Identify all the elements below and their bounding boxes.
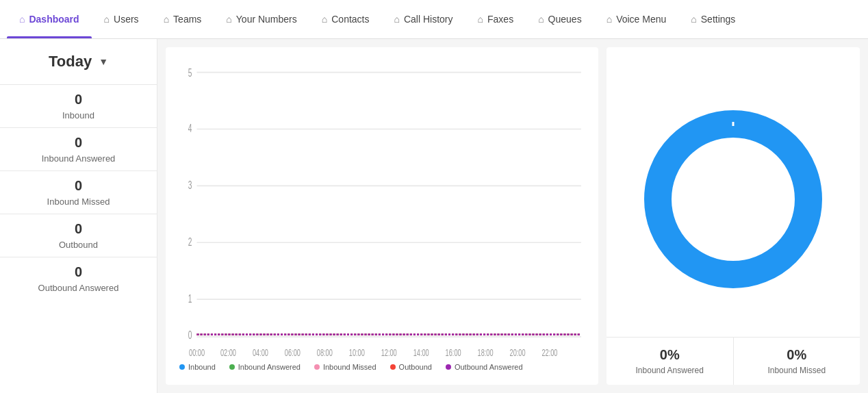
svg-text:4: 4 xyxy=(188,123,192,135)
svg-point-26 xyxy=(684,150,782,249)
svg-text:3: 3 xyxy=(188,179,192,192)
line-chart-wrapper: 5 4 3 2 1 0 xyxy=(179,61,585,356)
stat-outbound: 0 Outbound xyxy=(0,214,157,257)
stat-inbound-missed: 0 Inbound Missed xyxy=(0,170,157,214)
queues-icon: ⌂ xyxy=(538,14,544,25)
svg-text:16:00: 16:00 xyxy=(446,347,461,356)
svg-text:5: 5 xyxy=(188,67,192,79)
svg-text:06:00: 06:00 xyxy=(285,347,301,356)
legend-inbound: Inbound xyxy=(179,363,216,371)
donut-chart xyxy=(641,107,826,292)
donut-chart-container xyxy=(641,61,826,337)
faxes-icon: ⌂ xyxy=(478,14,483,25)
voice-menu-icon: ⌂ xyxy=(607,14,612,25)
svg-text:1: 1 xyxy=(188,293,192,305)
settings-icon: ⌂ xyxy=(691,14,696,25)
call-history-icon: ⌂ xyxy=(394,14,400,25)
legend-dot-inbound xyxy=(179,364,185,370)
stat-inbound-answered: 0 Inbound Answered xyxy=(0,127,157,170)
your-numbers-icon: ⌂ xyxy=(226,14,231,25)
nav-contacts[interactable]: ⌂ Contacts xyxy=(309,0,382,38)
legend-inbound-missed: Inbound Missed xyxy=(314,363,376,371)
legend-outbound: Outbound xyxy=(390,363,432,371)
donut-stat-inbound-missed: 0% Inbound Missed xyxy=(734,338,860,385)
svg-text:08:00: 08:00 xyxy=(317,347,333,356)
users-icon: ⌂ xyxy=(104,14,110,25)
svg-text:12:00: 12:00 xyxy=(381,347,397,356)
chart-area: 5 4 3 2 1 0 xyxy=(166,47,598,385)
svg-text:0: 0 xyxy=(188,329,192,342)
nav-teams[interactable]: ⌂ Teams xyxy=(151,0,214,38)
nav-call-history[interactable]: ⌂ Call History xyxy=(382,0,465,38)
teams-icon: ⌂ xyxy=(164,14,169,25)
nav-users[interactable]: ⌂ Users xyxy=(92,0,151,38)
svg-text:02:00: 02:00 xyxy=(220,347,236,356)
donut-stats: 0% Inbound Answered 0% Inbound Missed xyxy=(607,337,860,385)
nav-faxes[interactable]: ⌂ Faxes xyxy=(465,0,526,38)
contacts-icon: ⌂ xyxy=(322,14,327,25)
donut-stat-inbound-answered: 0% Inbound Answered xyxy=(607,338,734,385)
legend-dot-outbound-answered xyxy=(446,364,451,370)
nav-queues[interactable]: ⌂ Queues xyxy=(526,0,594,38)
line-chart: 5 4 3 2 1 0 xyxy=(179,61,585,356)
legend-outbound-answered: Outbound Answered xyxy=(446,363,523,371)
svg-text:18:00: 18:00 xyxy=(478,347,494,356)
main-content: Today ▼ 0 Inbound 0 Inbound Answered 0 I… xyxy=(0,39,868,393)
donut-area: 0% Inbound Answered 0% Inbound Missed xyxy=(607,47,860,385)
nav-bar: ⌂ Dashboard ⌂ Users ⌂ Teams ⌂ Your Numbe… xyxy=(0,0,868,39)
legend-inbound-answered: Inbound Answered xyxy=(229,363,301,371)
dashboard-icon: ⌂ xyxy=(19,14,25,25)
sidebar: Today ▼ 0 Inbound 0 Inbound Answered 0 I… xyxy=(0,39,157,393)
svg-text:00:00: 00:00 xyxy=(189,347,205,356)
nav-settings[interactable]: ⌂ Settings xyxy=(678,0,748,38)
nav-your-numbers[interactable]: ⌂ Your Numbers xyxy=(214,0,309,38)
svg-text:10:00: 10:00 xyxy=(349,347,365,356)
svg-text:22:00: 22:00 xyxy=(541,347,557,356)
chart-legend: Inbound Inbound Answered Inbound Missed … xyxy=(179,363,585,371)
legend-dot-outbound xyxy=(390,364,396,370)
svg-text:20:00: 20:00 xyxy=(510,347,526,356)
nav-voice-menu[interactable]: ⌂ Voice Menu xyxy=(594,0,679,38)
svg-text:14:00: 14:00 xyxy=(413,347,429,356)
svg-text:2: 2 xyxy=(188,236,192,249)
legend-dot-inbound-answered xyxy=(229,364,235,370)
svg-text:04:00: 04:00 xyxy=(253,347,268,356)
stat-outbound-answered: 0 Outbound Answered xyxy=(0,257,157,300)
stat-inbound: 0 Inbound xyxy=(0,84,157,127)
sidebar-title: Today ▼ xyxy=(0,53,157,71)
legend-dot-inbound-missed xyxy=(314,364,320,370)
nav-dashboard[interactable]: ⌂ Dashboard xyxy=(7,0,92,38)
filter-icon[interactable]: ▼ xyxy=(99,56,108,67)
